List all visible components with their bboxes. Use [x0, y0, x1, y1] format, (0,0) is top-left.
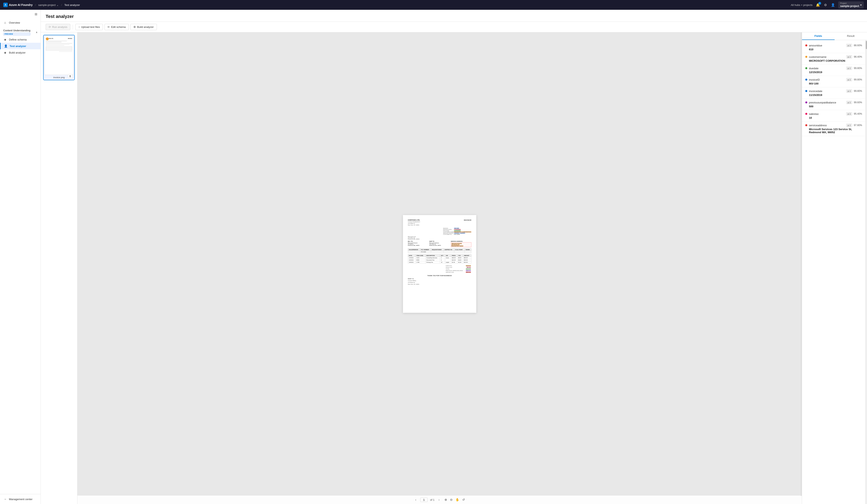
invoice-totals: SUBTOTAL$100.00 SALES TAX$10.00 TOTAL$11…: [408, 265, 471, 273]
prev-unpaid-value: $500.00: [466, 270, 471, 271]
subtotal-value: $100.00: [466, 265, 471, 266]
hand-tool-button[interactable]: ✋: [455, 497, 460, 502]
field-page-invoiceid: p.1: [846, 78, 852, 81]
field-value-customername: MICROSOFT CORPORATION: [805, 59, 862, 62]
field-confidence-customername: 98.40%: [854, 55, 862, 58]
run-analysis-label: Run analysis: [52, 25, 67, 29]
user-button[interactable]: 👤: [830, 2, 836, 8]
settings-button[interactable]: ⚙: [823, 2, 828, 8]
hub-projects-link[interactable]: All hubs + projects: [791, 3, 813, 7]
edit-schema-label: Edit schema: [111, 25, 126, 29]
field-page-serviceaddress: p.1: [846, 124, 852, 127]
main-content: Test analyzer ⟳ Run analysis ↑ Upload te…: [41, 10, 867, 504]
zoom-in-button[interactable]: ⊕: [444, 497, 448, 502]
run-analysis-button[interactable]: ⟳ Run analysis: [46, 24, 70, 30]
field-value-salestax: 10: [805, 116, 862, 119]
sidebar-item-test-analyzer[interactable]: 👤 Test analyzer: [0, 43, 41, 49]
sidebar-item-build-analyzer[interactable]: ◈ Build analyzer: [0, 49, 41, 56]
file-delete-button[interactable]: 🗑: [68, 74, 73, 78]
preview-tools: ⊕ ⊖ ✋ ↺: [444, 497, 466, 502]
field-item-invoiceid: invoiceID p.1 99.80% INV-100: [802, 76, 865, 87]
overview-label: Overview: [9, 21, 20, 24]
service-period-value: 1/4/2021 - 1/6/2021: [454, 233, 465, 234]
prev-page-icon: ‹: [415, 498, 416, 501]
rotate-button[interactable]: ↺: [461, 497, 466, 502]
invoice-meta-table: INVOICEINV-100 INVOICE DATE11/15/2019 DU…: [443, 228, 471, 235]
amount-due-value: $610.00: [466, 272, 471, 273]
field-item-previousunpaidbalance: previousunpaidbalance p.1 99.60% 500: [802, 99, 865, 110]
build-analyzer-button[interactable]: ⚙ Build analyzer: [130, 24, 157, 30]
invoice-meta-right: INVOICEINV-100 INVOICE DATE11/15/2019 DU…: [408, 228, 471, 235]
prev-page-button[interactable]: ‹: [414, 497, 418, 502]
field-name-invoicedate: invoicedate: [809, 89, 845, 93]
brand-logo[interactable]: A Azure AI Foundry: [3, 3, 33, 7]
due-date-value: 12/15/2019: [454, 230, 461, 231]
project-chevron: ▾: [860, 3, 862, 7]
field-confidence-salestax: 95.40%: [854, 112, 862, 115]
file-thumb-dot: [46, 37, 49, 40]
sidebar-item-overview[interactable]: ⌂ Overview: [0, 19, 41, 26]
build-analyzer-toolbar-icon: ⚙: [133, 25, 136, 29]
customer-id-value: CID-12345: [454, 234, 471, 235]
document-page: CONTOSO LTD. Contoso Headquarters123 456…: [403, 215, 476, 313]
file-thumbnail[interactable]: CONTOSO LTD.INVOICE: [43, 35, 75, 80]
nav-separator-1: /: [35, 3, 36, 7]
define-schema-icon: ◈: [3, 38, 7, 41]
field-confidence-serviceaddress: 97.80%: [854, 124, 862, 127]
overview-icon: ⌂: [3, 21, 7, 24]
field-value-previousunpaidbalance: 500: [805, 105, 862, 108]
notification-button[interactable]: 🔔 1: [815, 2, 821, 8]
field-page-customername: p.1: [846, 55, 852, 58]
field-page-amountdue: p.1: [846, 44, 852, 47]
zoom-out-button[interactable]: ⊖: [449, 497, 453, 502]
field-confidence-previousunpaidbalance: 99.60%: [854, 101, 862, 104]
file-thumb-image: CONTOSO LTD.INVOICE: [44, 36, 74, 75]
project-nav-link[interactable]: sample-project ⌄: [38, 3, 59, 7]
fields-scrollbar[interactable]: [865, 40, 867, 504]
invoice-address-section: BILL TO: Microsoft Finance123 Bill St.Re…: [408, 241, 471, 247]
tab-result[interactable]: Result: [835, 32, 867, 40]
invoice-date-value: 11/15/2019: [454, 229, 461, 230]
field-confidence-invoicedate: 99.80%: [854, 89, 862, 93]
preview-badge: PREVIEW: [3, 33, 30, 35]
run-analysis-icon: ⟳: [49, 25, 51, 29]
invoice-title: INVOICE: [464, 219, 471, 221]
field-value-invoiceid: INV-100: [805, 82, 862, 85]
file-panel: CONTOSO LTD.INVOICE: [41, 32, 77, 504]
field-item-customername: customername p.1 98.40% MICROSOFT CORPOR…: [802, 53, 865, 65]
preview-footer: ‹ 1 of 1 › ⊕ ⊖ ✋ ↺: [77, 495, 802, 504]
fields-tabs: Fields Result: [802, 32, 867, 40]
field-value-serviceaddress: Microsoft Services 123 Service St,Redmon…: [805, 128, 862, 134]
next-page-button[interactable]: ›: [437, 497, 441, 502]
field-item-duedate: duedate p.1 99.80% 12/15/2019: [802, 65, 865, 76]
field-page-previousunpaidbalance: p.1: [846, 101, 852, 104]
field-confidence-amountdue: 88.60%: [854, 44, 862, 47]
field-page-salestax: p.1: [846, 112, 852, 116]
field-name-previousunpaidbalance: previousunpaidbalance: [809, 101, 845, 104]
sidebar-item-define-schema[interactable]: ◈ Define schema: [0, 36, 41, 43]
group-expand-icon[interactable]: ∧: [36, 31, 37, 33]
tab-fields[interactable]: Fields: [802, 32, 835, 40]
invoice-number: INV-100: [454, 228, 459, 229]
project-info-panel[interactable]: Project sample-project ▾: [838, 1, 864, 8]
test-analyzer-icon: 👤: [4, 44, 8, 48]
field-name-customername: customername: [809, 55, 845, 58]
management-center-icon: →: [3, 497, 7, 501]
field-dot-duedate: [805, 67, 807, 69]
content-area: CONTOSO LTD.INVOICE: [41, 32, 867, 504]
field-item-amountdue: amountdue p.1 88.60% 610: [802, 42, 865, 53]
field-name-serviceaddress: serviceaddress: [809, 124, 845, 127]
sidebar-toggle-area: ⊞: [0, 10, 41, 19]
total-value: $110.00: [466, 268, 471, 270]
customer-name-value: MICROSOFT CORPORATION: [454, 231, 471, 233]
test-analyzer-label: Test analyzer: [10, 45, 26, 48]
edit-schema-button[interactable]: ✏ Edit schema: [105, 24, 129, 30]
sidebar-toggle-button[interactable]: ⊞: [34, 11, 38, 17]
sidebar-item-management-center[interactable]: → Management center: [0, 496, 41, 502]
upload-files-icon: ↑: [78, 25, 80, 29]
upload-files-label: Upload test files: [81, 25, 100, 29]
toolbar: ⟳ Run analysis ↑ Upload test files ✏ Edi…: [41, 22, 867, 32]
field-name-duedate: duedate: [809, 67, 845, 70]
page-number-input[interactable]: 1: [420, 498, 428, 502]
upload-files-button[interactable]: ↑ Upload test files: [75, 24, 103, 30]
